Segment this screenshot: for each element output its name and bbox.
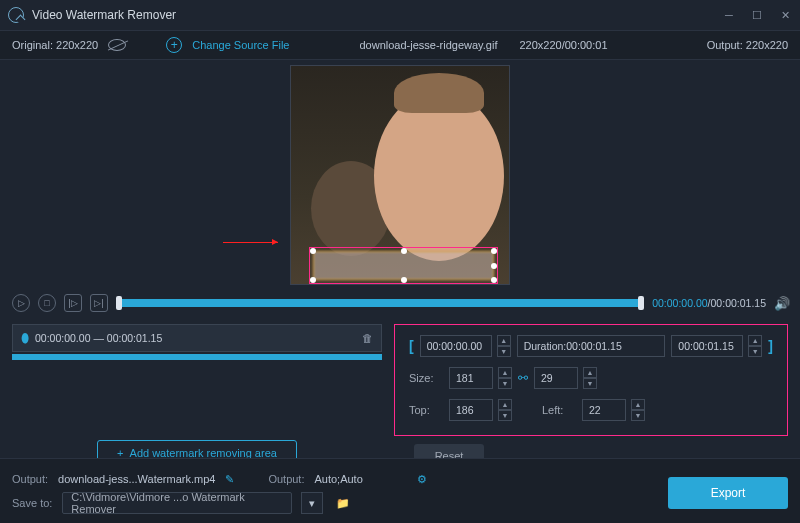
output-format-label: Output:	[268, 473, 304, 485]
spinner-up-icon[interactable]: ▲	[497, 335, 511, 346]
close-button[interactable]: ✕	[778, 8, 792, 22]
save-path-input[interactable]: C:\Vidmore\Vidmore ...o Watermark Remove…	[62, 492, 292, 514]
left-input[interactable]: 22	[582, 399, 626, 421]
spinner-down-icon[interactable]: ▼	[498, 378, 512, 389]
add-source-icon[interactable]: +	[166, 37, 182, 53]
step-back-button[interactable]: |▷	[64, 294, 82, 312]
play-button[interactable]: ▷	[12, 294, 30, 312]
app-title: Video Watermark Remover	[32, 8, 722, 22]
link-aspect-icon[interactable]: ⚯	[518, 371, 528, 385]
segment-bar[interactable]	[12, 354, 382, 360]
top-label: Top:	[409, 404, 443, 416]
source-bar: Original: 220x220 + Change Source File d…	[0, 30, 800, 60]
edit-output-icon[interactable]: ✎	[225, 473, 234, 486]
spinner-up-icon[interactable]: ▲	[583, 367, 597, 378]
spinner-up-icon[interactable]: ▲	[748, 335, 762, 346]
spinner-down-icon[interactable]: ▼	[498, 410, 512, 421]
footer: Output: download-jess...Watermark.mp4 ✎ …	[0, 458, 800, 523]
settings-icon[interactable]: ⚙	[417, 473, 427, 486]
open-folder-icon[interactable]: 📁	[333, 493, 353, 513]
height-input[interactable]: 29	[534, 367, 578, 389]
output-file-label: Output:	[12, 473, 48, 485]
original-size-label: Original: 220x220	[12, 39, 98, 51]
app-logo-icon	[8, 7, 24, 23]
resize-handle-icon[interactable]	[491, 263, 497, 269]
export-button[interactable]: Export	[668, 477, 788, 509]
delete-segment-icon[interactable]: 🗑	[362, 332, 373, 344]
timeline-slider[interactable]	[116, 299, 644, 307]
bracket-right-icon[interactable]: ]	[768, 338, 773, 354]
annotation-arrow-left	[223, 242, 278, 243]
preview-area	[0, 60, 800, 290]
spinner-down-icon[interactable]: ▼	[631, 410, 645, 421]
top-input[interactable]: 186	[449, 399, 493, 421]
minimize-button[interactable]: ─	[722, 8, 736, 22]
spinner-down-icon[interactable]: ▼	[748, 346, 762, 357]
spinner-up-icon[interactable]: ▲	[498, 399, 512, 410]
maximize-button[interactable]: ☐	[750, 8, 764, 22]
spinner-up-icon[interactable]: ▲	[498, 367, 512, 378]
bracket-left-icon[interactable]: [	[409, 338, 414, 354]
spinner-up-icon[interactable]: ▲	[631, 399, 645, 410]
width-input[interactable]: 181	[449, 367, 493, 389]
segment-marker-icon: ⬮	[21, 330, 29, 346]
spinner-down-icon[interactable]: ▼	[497, 346, 511, 357]
segment-range: 00:00:00.00 — 00:00:01.15	[35, 332, 356, 344]
playback-controls: ▷ □ |▷ ▷| 00:00:00.00/00:00:01.15 🔊	[0, 290, 800, 316]
volume-icon[interactable]: 🔊	[774, 296, 788, 311]
stop-button[interactable]: □	[38, 294, 56, 312]
playback-time: 00:00:00.00/00:00:01.15	[652, 297, 766, 309]
save-to-label: Save to:	[12, 497, 52, 509]
resize-handle-icon[interactable]	[310, 277, 316, 283]
source-filename: download-jesse-ridgeway.gif	[359, 39, 497, 51]
step-fwd-button[interactable]: ▷|	[90, 294, 108, 312]
save-path-dropdown[interactable]: ▾	[301, 492, 323, 514]
resize-handle-icon[interactable]	[491, 248, 497, 254]
resize-handle-icon[interactable]	[491, 277, 497, 283]
start-time-input[interactable]: 00:00:00.00	[420, 335, 492, 357]
size-label: Size:	[409, 372, 443, 384]
segment-row[interactable]: ⬮ 00:00:00.00 — 00:00:01.15 🗑	[12, 324, 382, 352]
resize-handle-icon[interactable]	[401, 277, 407, 283]
preview-toggle-icon[interactable]	[108, 39, 126, 51]
resize-handle-icon[interactable]	[310, 248, 316, 254]
video-preview[interactable]	[290, 65, 510, 285]
change-source-link[interactable]: Change Source File	[192, 39, 289, 51]
left-label: Left:	[542, 404, 576, 416]
output-size-label: Output: 220x220	[707, 39, 788, 51]
output-filename: download-jess...Watermark.mp4	[58, 473, 215, 485]
output-format-value: Auto;Auto	[314, 473, 362, 485]
end-time-input[interactable]: 00:00:01.15	[671, 335, 743, 357]
watermark-selection-box[interactable]	[313, 251, 494, 280]
parameters-panel: [ 00:00:00.00 ▲▼ Duration:00:00:01.15 00…	[394, 324, 788, 436]
titlebar: Video Watermark Remover ─ ☐ ✕	[0, 0, 800, 30]
source-fileinfo: 220x220/00:00:01	[519, 39, 607, 51]
duration-input[interactable]: Duration:00:00:01.15	[517, 335, 666, 357]
resize-handle-icon[interactable]	[401, 248, 407, 254]
spinner-down-icon[interactable]: ▼	[583, 378, 597, 389]
